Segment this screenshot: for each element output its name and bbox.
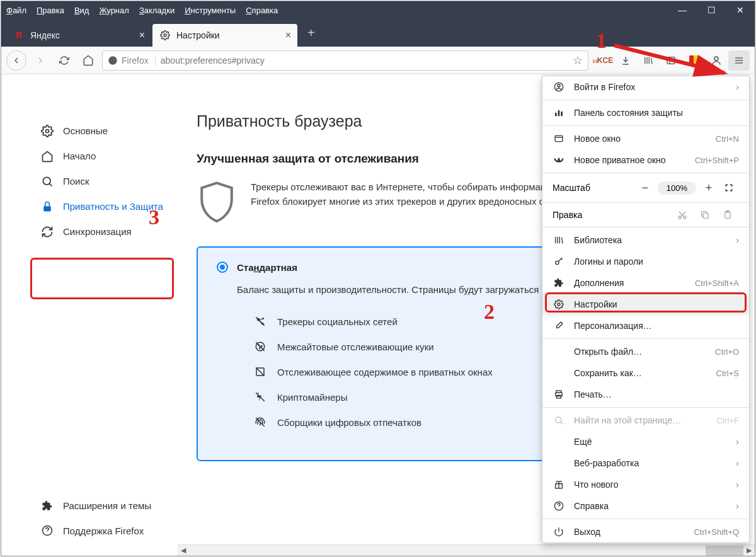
star-icon[interactable]: ☆ xyxy=(573,54,583,67)
sidebar-label: Поддержка Firefox xyxy=(63,525,144,537)
sidebar-item-search[interactable]: Поиск xyxy=(33,169,178,194)
menu-logins[interactable]: Логины и пароли xyxy=(542,251,749,272)
forward-button[interactable] xyxy=(30,50,50,71)
svg-rect-41 xyxy=(703,213,708,218)
menu-bookmarks[interactable]: Закладки xyxy=(139,6,175,15)
menu-find[interactable]: Найти на этой странице… Ctrl+F xyxy=(542,410,749,431)
app-menu: Войти в Firefox › Панель состояния защит… xyxy=(542,76,750,543)
menu-customize[interactable]: Персонализация… xyxy=(542,315,749,336)
account-icon xyxy=(553,82,565,92)
annotation-number-2: 2 xyxy=(484,300,495,324)
chevron-right-icon: › xyxy=(736,479,739,490)
power-icon xyxy=(553,527,565,537)
close-icon[interactable]: × xyxy=(285,30,291,41)
lock-icon xyxy=(40,200,54,213)
svg-rect-33 xyxy=(555,135,563,141)
gear-icon xyxy=(40,125,54,137)
annotation-number-1: 1 xyxy=(596,29,607,53)
menu-more[interactable]: Ещё › xyxy=(542,431,749,452)
svg-line-10 xyxy=(49,183,52,186)
fullscreen-button[interactable] xyxy=(719,179,739,197)
svg-point-0 xyxy=(164,34,166,37)
menu-help[interactable]: Справка xyxy=(246,6,278,15)
sidebar-label: Синхронизация xyxy=(63,226,132,238)
svg-rect-32 xyxy=(561,112,563,116)
svg-line-25 xyxy=(256,367,265,376)
sidebar-item-home[interactable]: Начало xyxy=(33,144,178,169)
sidebar-extensions[interactable]: Расширения и темы xyxy=(33,493,178,519)
chevron-right-icon: › xyxy=(736,437,739,447)
paste-button[interactable] xyxy=(716,210,739,220)
scroll-left-icon[interactable]: ◀ xyxy=(178,545,189,556)
gear-icon xyxy=(160,30,170,40)
scroll-thumb[interactable] xyxy=(706,546,743,556)
menu-whatsnew[interactable]: Что нового › xyxy=(542,474,749,495)
menu-history[interactable]: Журнал xyxy=(99,6,129,15)
menu-save-as[interactable]: Сохранить как… Ctrl+S xyxy=(542,362,749,384)
svg-point-44 xyxy=(556,261,559,264)
home-button[interactable] xyxy=(78,50,98,71)
print-icon xyxy=(553,389,565,399)
chevron-right-icon: › xyxy=(736,501,739,511)
tab-settings[interactable]: Настройки × xyxy=(152,24,297,47)
menu-edit[interactable]: Правка xyxy=(37,6,64,15)
menu-tools[interactable]: Инструменты xyxy=(185,6,236,15)
zoom-out-button[interactable]: − xyxy=(635,179,655,197)
search-icon xyxy=(553,415,565,425)
menu-library[interactable]: Библиотека › xyxy=(542,229,749,251)
menu-new-private-window[interactable]: Новое приватное окно Ctrl+Shift+P xyxy=(542,149,749,171)
reload-button[interactable] xyxy=(54,50,74,71)
sidebar-item-general[interactable]: Основные xyxy=(33,118,178,144)
menu-edit-row: Правка xyxy=(542,205,749,225)
identity-label: Firefox xyxy=(122,55,149,66)
tracking-content-icon xyxy=(255,366,268,377)
menu-view[interactable]: Вид xyxy=(74,6,89,15)
menu-settings[interactable]: Настройки xyxy=(542,294,749,315)
menu-exit[interactable]: Выход Ctrl+Shift+Q xyxy=(542,521,749,543)
radio-standard[interactable] xyxy=(217,261,228,273)
svg-rect-31 xyxy=(558,110,560,116)
new-tab-button[interactable]: + xyxy=(299,26,324,40)
url-bar[interactable]: Firefox about:preferences#privacy ☆ xyxy=(102,50,588,71)
zoom-in-button[interactable]: + xyxy=(699,179,719,197)
svg-rect-30 xyxy=(555,113,557,116)
menu-new-window[interactable]: Новое окно Ctrl+N xyxy=(542,128,749,149)
tab-label: Яндекс xyxy=(30,30,60,40)
firefox-icon xyxy=(108,55,118,66)
sidebar-support[interactable]: Поддержка Firefox xyxy=(33,519,178,544)
menu-privacy-dashboard[interactable]: Панель состояния защиты xyxy=(542,102,749,123)
settings-sidebar: Основные Начало Поиск Приватность и Защи… xyxy=(1,74,178,556)
close-icon[interactable]: × xyxy=(139,30,145,41)
menu-help[interactable]: Справка › xyxy=(542,495,749,517)
menu-webdev[interactable]: Веб-разработка › xyxy=(542,452,749,474)
brush-icon xyxy=(553,321,565,331)
menu-file[interactable]: Файл xyxy=(6,6,26,15)
window-maximize[interactable]: ☐ xyxy=(697,1,726,19)
tab-yandex[interactable]: Я Яндекс × xyxy=(6,24,151,47)
yandex-icon: Я xyxy=(14,30,24,40)
menu-open-file[interactable]: Открыть файл… Ctrl+O xyxy=(542,341,749,362)
menu-addons[interactable]: Дополнения Ctrl+Shift+A xyxy=(542,272,749,294)
chevron-right-icon: › xyxy=(736,82,739,92)
chevron-right-icon: › xyxy=(736,235,739,245)
copy-button[interactable] xyxy=(694,210,716,220)
svg-point-35 xyxy=(556,159,558,161)
cut-button[interactable] xyxy=(671,210,694,220)
cryptominer-icon xyxy=(255,391,268,403)
svg-point-14 xyxy=(262,318,264,319)
url-text: about:preferences#privacy xyxy=(161,55,573,66)
scroll-right-icon[interactable]: ▶ xyxy=(743,545,755,556)
mask-icon xyxy=(553,156,565,164)
svg-rect-11 xyxy=(43,206,51,211)
card-title-label: Стандартная xyxy=(237,262,297,273)
puzzle-icon xyxy=(553,278,565,288)
help-icon xyxy=(553,501,565,511)
window-minimize[interactable]: — xyxy=(668,1,697,19)
svg-point-22 xyxy=(260,348,261,349)
back-button[interactable] xyxy=(6,50,26,71)
menu-print[interactable]: Печать… xyxy=(542,384,749,405)
kce-extension[interactable]: ⲙKCE xyxy=(592,50,614,71)
window-close[interactable]: ✕ xyxy=(726,1,755,19)
horizontal-scrollbar[interactable]: ◀ ▶ xyxy=(178,544,755,556)
tab-label: Настройки xyxy=(176,30,220,40)
